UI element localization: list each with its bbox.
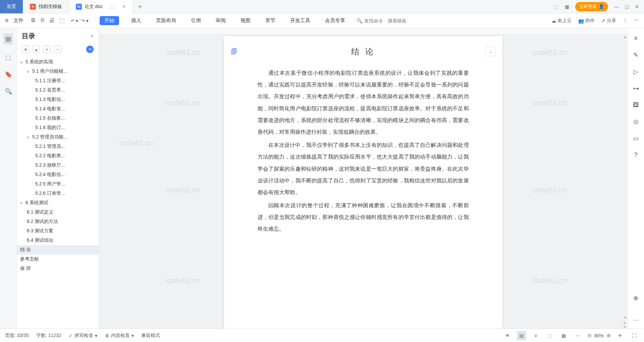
outline-close-icon[interactable]: × [91,33,94,39]
rtab-layout[interactable]: 页面布局 [153,16,179,25]
tree-item[interactable]: 5.2.4 电影信... [17,170,99,179]
tab-mode-icon[interactable]: ⬚ [110,4,115,9]
tree-item[interactable]: 谢 辞 [17,264,99,273]
eye-icon[interactable]: 👁 [503,331,512,340]
chevron-down-icon[interactable]: ∨ [27,135,31,139]
tree-item[interactable]: ∨5.1 用户功能模... [17,67,99,76]
page-marker-icon[interactable]: 🗐 [231,48,237,56]
rtab-section[interactable]: 章节 [263,16,278,25]
layout-icon[interactable]: ⬚ [554,4,559,9]
search-box[interactable]: 🔍 [357,18,415,23]
rtab-view[interactable]: 视图 [238,16,253,25]
document-page[interactable]: 🗐 ⌄ 结 论 通过本次基于微信小程序的电影院订票选座系统的设计，让我体会到了实… [224,36,502,329]
add-tab-button[interactable]: + [133,2,147,11]
scrollbar[interactable]: ▴ ▾ ≡ ≡ [623,35,627,329]
chevron-down-icon[interactable]: ∨ [20,201,24,205]
maximize-button[interactable]: ◻ [625,4,629,9]
collapse-icon[interactable]: ﹀ [634,18,639,24]
tree-item[interactable]: 参考文献 [17,254,99,264]
settings-icon[interactable]: ⊶ [633,85,639,92]
tree-item[interactable]: ∨6 系统测试 [17,198,99,208]
scroll-down-icon[interactable]: ▾ [624,316,626,319]
tree-item[interactable]: 6.1 测试定义 [17,208,99,217]
compat-mode[interactable]: 兼容模式 [141,333,160,339]
rtab-ref[interactable]: 引用 [188,16,204,25]
collab-button[interactable]: 👥协作 [578,18,595,24]
bookmark-icon[interactable]: 🔖 [5,71,12,78]
tree-item[interactable]: 结 论 [17,245,99,254]
redo-button[interactable]: ↷ ▾ [81,18,89,23]
collapse-all-icon[interactable]: ▾ [22,46,29,53]
more-icon[interactable]: ⋮ [623,18,628,23]
doc-body[interactable]: 通过本次基于微信小程序的电影院订票选座系统的设计，让我体会到了实践的重要性，通过… [258,67,469,235]
page-indicator[interactable]: 页面: 33/35 [5,333,29,339]
tab-template[interactable]: ✦ 找稻壳模板 [23,0,69,13]
search-input[interactable] [364,18,415,23]
tree-item[interactable]: 5.1.3 电影信... [17,95,99,104]
minimize-button[interactable]: — [614,4,619,9]
image-icon[interactable]: 🖼 [633,102,639,109]
tree-item[interactable]: 6.3 测试方案 [17,226,99,236]
rtab-insert[interactable]: 插入 [128,16,144,25]
reader-icon[interactable]: ▭ [633,135,639,142]
page-down-icon[interactable]: ≡ [624,325,626,329]
cloud-status[interactable]: ☁未上云 [551,18,572,24]
close-icon[interactable]: × [122,4,125,10]
zoom-level[interactable]: 80% [594,333,604,338]
add-icon[interactable]: ⊕ [633,294,638,302]
tree-item[interactable]: 5.1.4 电影资... [17,104,99,114]
pen-icon[interactable]: ✎ [633,51,638,59]
tab-document[interactable]: W 论文.doc ⬚ × [69,0,133,13]
rtab-dev[interactable]: 开发工具 [287,16,313,25]
zoom-in-button[interactable]: ⊕ [606,332,611,339]
sync-badge-icon[interactable]: ⟳ [86,46,94,53]
fold-button[interactable]: ⌄ [486,46,496,56]
cursor-icon[interactable]: ▷ [634,68,638,75]
outline-view-icon[interactable]: ≡ [531,331,540,340]
outline-nav-icon[interactable]: ▤ [3,33,13,45]
tree-item[interactable]: 5.1.2 首页界... [17,86,99,95]
dots-icon[interactable]: ⋯ [633,316,639,324]
chevron-down-icon[interactable]: ∨ [27,70,31,73]
tree-item[interactable]: 5.1.1 注册登... [17,76,99,86]
undo-button[interactable]: ↶ ▾ [71,18,78,23]
expand-all-icon[interactable]: ▴ [33,46,40,53]
word-count[interactable]: 字数: 11232 [36,333,61,339]
tab-home[interactable]: 首页 [0,0,23,13]
fullwidth-icon[interactable]: ↔ [573,331,583,340]
rtab-review[interactable]: 审阅 [213,16,228,25]
page-view-icon[interactable]: ▤ [517,331,526,340]
share-button[interactable]: ↗分享 [601,18,616,24]
tree-item[interactable]: 5.2.1 管理员... [17,142,99,151]
paragraph[interactable]: 通过本次基于微信小程序的电影院订票选座系统的设计，让我体会到了实践的重要性，通过… [258,67,469,138]
file-menu[interactable]: 文件 [13,17,23,24]
target-icon[interactable]: ◎ [633,118,639,125]
print-icon[interactable]: 🖨 [49,17,55,24]
spell-check[interactable]: ✓拼写检查 ▾ [69,333,97,339]
chevron-down-icon[interactable]: ∨ [20,60,24,64]
fullscreen-icon[interactable]: ⛶ [630,331,639,340]
preview-icon[interactable]: ⬚ [59,17,65,24]
help-icon[interactable]: ? [634,152,637,159]
find-icon[interactable]: 🔍 [5,88,12,95]
level-up-icon[interactable]: + [43,46,51,53]
tree-item[interactable]: 5.2.5 用户管... [17,179,99,189]
ruler[interactable] [99,28,627,35]
save-icon[interactable]: 🗎 [31,17,36,24]
apps-icon[interactable]: ▦ [565,4,569,9]
login-button[interactable]: 立即登录👤 [575,2,608,11]
tree-item[interactable]: 5.2.3 放映厅... [17,161,99,170]
tree-item[interactable]: 5.2.6 订单管... [17,189,99,198]
tree-item[interactable]: 5.1.6 我的订... [17,123,99,132]
content-check[interactable]: 🗎内容检查 ▾ [105,333,134,339]
paragraph[interactable]: 回顾本次设计的整个过程，充满了种种困难磨炼，让我在困境中不断摸索，不断前进，但是… [258,199,469,235]
rtab-vip[interactable]: 会员专享 [322,16,348,25]
save-as-icon[interactable]: ⎘ [41,17,44,24]
tree-item[interactable]: 5.2.2 电影类... [17,151,99,161]
tree-item[interactable]: ∨5.2 管理员功能... [17,132,99,142]
tree-item[interactable]: ∨5 系统的实现 [17,57,99,67]
tree-item[interactable]: 6.4 测试结论 [17,236,99,245]
scroll-up-icon[interactable]: ▴ [624,35,626,39]
paragraph[interactable]: 在本次设计中，我不仅学到了很多书本上没有的知识，也提高了自己解决问题和处理方法的… [258,139,469,198]
hamburger-icon[interactable]: ≡ [634,35,638,42]
